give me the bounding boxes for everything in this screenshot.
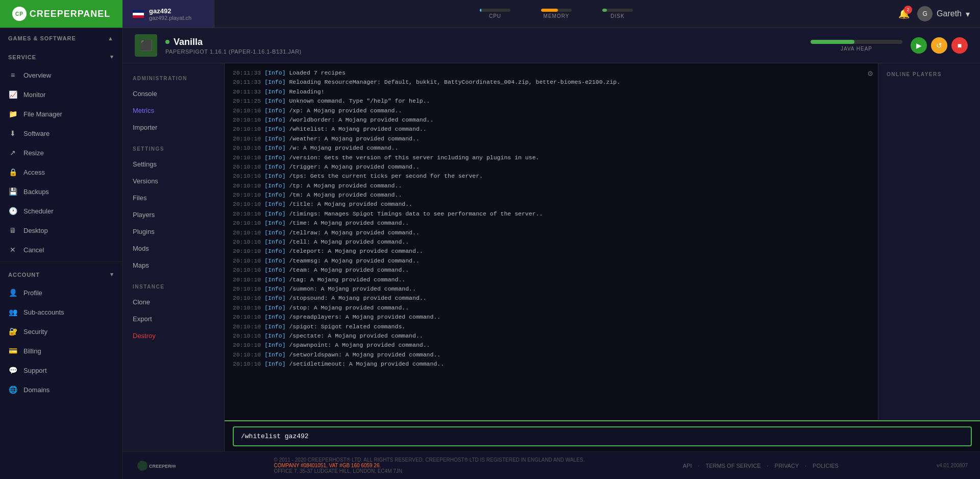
server-controls: ▶ ↺ ■ [911,37,968,54]
right-panel: ⚙20:11:33 [Info] Loaded 7 recipes20:11:3… [225,63,980,451]
sidebar-section-account[interactable]: ACCOUNT ▾ [0,264,122,283]
menu-item-console[interactable]: Console [122,85,224,102]
console-settings-icon[interactable]: ⚙ [868,68,873,79]
sidebar-item-monitor[interactable]: 📈 Monitor [0,85,122,104]
console-line: 20:10:10 [Info] /tm: A Mojang provided c… [233,190,870,200]
sidebar-item-profile[interactable]: 👤 Profile [0,283,122,302]
resize-icon: ↗ [8,149,17,157]
console-line: 20:10:10 [Info] /version: Gets the versi… [233,153,870,162]
menu-item-versions[interactable]: Versions [122,173,224,189]
menu-item-metrics[interactable]: Metrics [122,102,224,119]
desktop-icon: 🖥 [8,226,17,234]
user-chevron-icon: ▾ [966,9,970,19]
console-line: 20:11:25 [Info] Unknown command. Type "/… [233,97,870,106]
sidebar-item-scheduler[interactable]: 🕐 Scheduler [0,201,122,221]
sidebar-item-security[interactable]: 🔐 Security [0,322,122,341]
console-line: 20:10:10 [Info] /title: A Mojang provide… [233,200,870,209]
sidebar-item-label: File Manager [23,110,62,118]
sidebar-item-domains[interactable]: 🌐 Domains [0,380,122,399]
memory-label: MEMORY [544,13,570,19]
console-line: 20:10:10 [Info] /tell: A Mojang provided… [233,237,870,247]
svg-text:CP: CP [15,11,23,17]
console-line: 20:10:10 [Info] /spawnpoint: A Mojang pr… [233,341,870,350]
java-heap-bar-fill [811,40,854,44]
menu-item-plugins[interactable]: Plugins [122,223,224,240]
sidebar-section-games-software[interactable]: GAMES & SOFTWARE ▲ [0,28,122,46]
sidebar-item-overview[interactable]: ≡ Overview [0,65,122,85]
start-button[interactable]: ▶ [911,37,927,54]
server-host: gaz492.playat.ch [149,15,191,21]
notifications-button[interactable]: 🔔 2 [898,8,910,19]
server-game-icon: ⬛ [135,34,157,57]
footer-link-terms[interactable]: TERMS OF SERVICE [706,463,761,469]
menu-item-importer[interactable]: Importer [122,119,224,136]
cpu-bar-fill [480,9,481,12]
sidebar-item-label: Scheduler [23,207,54,215]
sidebar-item-resize[interactable]: ↗ Resize [0,143,122,162]
sidebar-item-label: Access [23,169,45,176]
support-icon: 💬 [8,366,17,374]
restart-button[interactable]: ↺ [931,37,947,54]
sidebar-section-service[interactable]: SERVICE ▾ [0,46,122,65]
svg-text:CREEPERHOST: CREEPERHOST [149,464,176,469]
sidebar-item-sub-accounts[interactable]: 👥 Sub-accounts [0,302,122,322]
content-area: ⬛ Vanilla PAPERSPIGOT 1.16.1 (PAPER-1.16… [122,28,980,479]
sidebar-item-label: Monitor [23,91,45,99]
footer-link-privacy[interactable]: PRIVACY [775,463,799,469]
sidebar-item-label: Software [23,130,50,137]
menu-item-files[interactable]: Files [122,189,224,206]
settings-section-label: SETTINGS [122,144,224,156]
stop-button[interactable]: ■ [951,37,968,54]
sidebar-item-label: Backups [23,188,49,196]
sidebar-item-backups[interactable]: 💾 Backups [0,182,122,201]
server-title: Vanilla [174,37,203,47]
console-input[interactable] [233,426,972,446]
console-log[interactable]: ⚙20:11:33 [Info] Loaded 7 recipes20:11:3… [225,63,878,420]
sidebar-item-file-manager[interactable]: 📁 File Manager [0,104,122,124]
menu-item-mods[interactable]: Mods [122,240,224,257]
admin-section-label: ADMINISTRATION [122,74,224,85]
notification-badge: 2 [904,6,912,14]
sidebar-divider [0,261,122,262]
console-line: 20:10:10 [Info] /tps: Gets the current t… [233,172,870,181]
left-menu-panel: ADMINISTRATION Console Metrics Importer … [122,63,225,451]
file-manager-icon: 📁 [8,110,17,118]
svg-point-3 [137,461,148,471]
menu-item-maps[interactable]: Maps [122,257,224,274]
cancel-icon: ✕ [8,246,17,254]
user-menu[interactable]: G Gareth ▾ [917,6,970,21]
sidebar-item-access[interactable]: 🔒 Access [0,162,122,182]
sidebar-item-software[interactable]: ⬇ Software [0,124,122,143]
console-line: 20:10:10 [Info] /teammsg: A Mojang provi… [233,256,870,266]
console-line: 20:10:10 [Info] /xp: A Mojang provided c… [233,106,870,115]
server-tab[interactable]: gaz492 gaz492.playat.ch [122,0,214,28]
content-panels: ADMINISTRATION Console Metrics Importer … [122,63,980,451]
menu-item-clone[interactable]: Clone [122,294,224,310]
flag-icon [133,10,144,18]
console-line: 20:10:10 [Info] /tp: A Mojang provided c… [233,181,870,190]
sidebar-item-desktop[interactable]: 🖥 Desktop [0,221,122,240]
metrics-area: CPU MEMORY DISK [214,9,898,19]
console-line: 20:10:10 [Info] /team: A Mojang provided… [233,266,870,275]
domains-icon: 🌐 [8,386,17,394]
menu-item-destroy[interactable]: Destroy [122,327,224,344]
sidebar-item-cancel[interactable]: ✕ Cancel [0,240,122,259]
console-line: 20:10:10 [Info] /spreadplayers: A Mojang… [233,313,870,322]
console-line: 20:10:10 [Info] /whitelist: A Mojang pro… [233,125,870,134]
logo-icon: CP [12,7,27,21]
menu-item-export[interactable]: Export [122,310,224,327]
footer-company: COMPANY #08401051. [274,463,327,468]
footer-link-policies[interactable]: POLICIES [813,463,839,469]
sidebar-item-label: Overview [23,71,51,79]
backups-icon: 💾 [8,187,17,196]
footer-link-api[interactable]: API [683,463,692,469]
sidebar-item-billing[interactable]: 💳 Billing [0,341,122,361]
console-line: 20:10:10 [Info] /summon: A Mojang provid… [233,284,870,294]
console-line: 20:10:10 [Info] /setworldspawn: A Mojang… [233,350,870,360]
sidebar-item-support[interactable]: 💬 Support [0,361,122,380]
sub-accounts-icon: 👥 [8,308,17,316]
menu-item-players[interactable]: Players [122,206,224,223]
menu-item-settings[interactable]: Settings [122,156,224,173]
sidebar-item-label: Resize [23,149,44,157]
memory-metric: MEMORY [541,9,572,19]
